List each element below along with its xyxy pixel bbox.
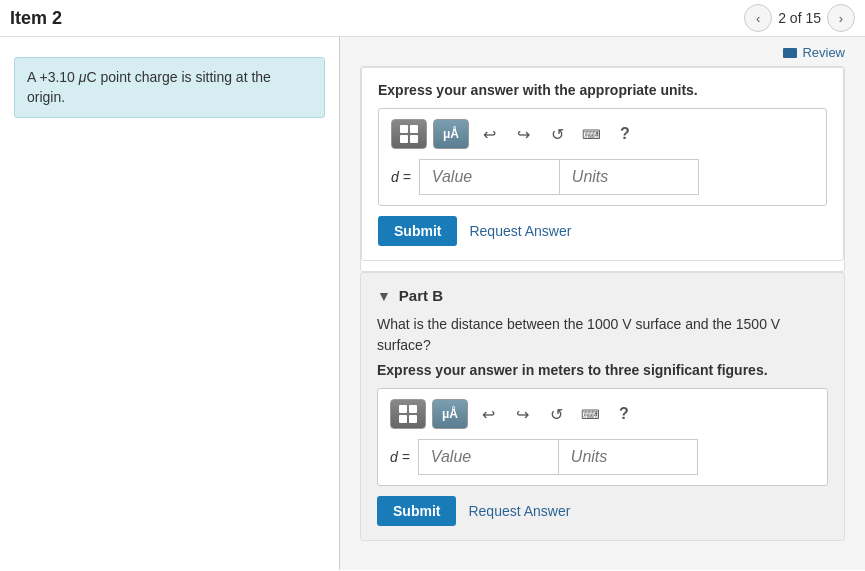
grid-icon-b [399,405,417,423]
next-button[interactable]: › [827,4,855,32]
refresh-button[interactable]: ↺ [543,120,571,148]
keyboard-button-b[interactable]: ⌨ [576,400,604,428]
redo-button-b[interactable]: ↪ [508,400,536,428]
symbol-tool-button-b[interactable]: μÅ [432,399,468,429]
part-b-header: ▼ Part B [377,287,828,304]
part-a-answer-box: μÅ ↩ ↪ ↺ ⌨ ? d = [378,108,827,206]
value-input-b[interactable] [418,439,558,475]
grid-tool-button[interactable] [391,119,427,149]
part-a-wrapper: Express your answer with the appropriate… [360,66,845,272]
refresh-button-b[interactable]: ↺ [542,400,570,428]
submit-button-a[interactable]: Submit [378,216,457,246]
navigation: ‹ 2 of 15 › [744,4,855,32]
keyboard-button[interactable]: ⌨ [577,120,605,148]
part-b-answer-box: μÅ ↩ ↪ ↺ ⌨ ? d = [377,388,828,486]
part-a-input-row: d = [391,159,814,195]
part-a-section: Express your answer with the appropriate… [361,67,844,261]
help-button-b[interactable]: ? [610,400,638,428]
part-b-actions: Submit Request Answer [377,496,828,526]
part-a-actions: Submit Request Answer [378,216,827,246]
units-input-a[interactable] [559,159,699,195]
undo-button[interactable]: ↩ [475,120,503,148]
symbol-tool-button[interactable]: μÅ [433,119,469,149]
redo-button[interactable]: ↪ [509,120,537,148]
d-label-a: d = [391,169,411,185]
part-a-toolbar: μÅ ↩ ↪ ↺ ⌨ ? [391,119,814,149]
left-panel: A +3.10 μC point charge is sitting at th… [0,37,340,570]
undo-button-b[interactable]: ↩ [474,400,502,428]
grid-icon [400,125,418,143]
part-b-title: Part B [399,287,443,304]
request-answer-link-a[interactable]: Request Answer [469,223,571,239]
part-b-question: What is the distance between the 1000 V … [377,314,828,356]
main-layout: A +3.10 μC point charge is sitting at th… [0,37,865,570]
d-label-b: d = [390,449,410,465]
part-b-outer: ▼ Part B What is the distance between th… [360,272,845,541]
page-title: Item 2 [10,8,62,29]
nav-count: 2 of 15 [778,10,821,26]
right-panel: Review Express your answer with the appr… [340,37,865,570]
value-input-a[interactable] [419,159,559,195]
review-label: Review [802,45,845,60]
collapse-arrow-icon[interactable]: ▼ [377,288,391,304]
prev-button[interactable]: ‹ [744,4,772,32]
grid-tool-button-b[interactable] [390,399,426,429]
part-b-express: Express your answer in meters to three s… [377,362,828,378]
submit-button-b[interactable]: Submit [377,496,456,526]
request-answer-link-b[interactable]: Request Answer [468,503,570,519]
part-b-inner: ▼ Part B What is the distance between th… [361,273,844,540]
problem-text: A +3.10 μC point charge is sitting at th… [14,57,325,118]
review-row: Review [360,45,845,60]
part-a-prompt: Express your answer with the appropriate… [378,82,827,98]
part-b-toolbar: μÅ ↩ ↪ ↺ ⌨ ? [390,399,815,429]
review-button[interactable]: Review [783,45,845,60]
header: Item 2 ‹ 2 of 15 › [0,0,865,37]
help-button[interactable]: ? [611,120,639,148]
review-icon [783,48,797,58]
units-input-b[interactable] [558,439,698,475]
part-b-input-row: d = [390,439,815,475]
